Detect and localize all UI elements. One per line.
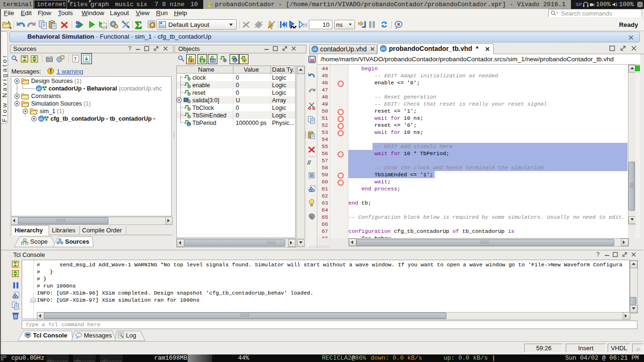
svg-text:vh: vh [313,47,316,51]
svg-text:vh: vh [381,47,385,51]
svg-text:C: C [188,123,190,126]
